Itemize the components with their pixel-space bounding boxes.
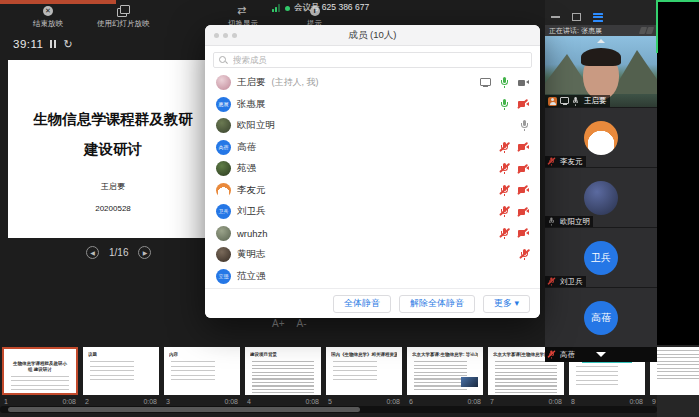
avatar (584, 181, 618, 215)
slide-number: 4 (247, 398, 251, 405)
window-traffic-lights[interactable] (214, 33, 237, 38)
slide-duration: 0:08 (224, 398, 238, 405)
presentation-timer: 39:11 ↻ (13, 38, 73, 50)
search-input[interactable] (231, 54, 526, 66)
end-show-icon (42, 5, 54, 17)
collapse-down-icon[interactable] (596, 352, 606, 357)
member-status-icons (500, 163, 529, 174)
dialog-footer: 全体静音解除全体静音更多 ▾ (205, 288, 540, 318)
slide-thumbnail-image: 生物信息学课程群及教研小组 建设研讨王启要 20200528 (2, 347, 78, 395)
mic-off-icon (548, 277, 555, 285)
video-tile[interactable]: 高蓓 (545, 287, 657, 347)
member-row[interactable]: 卫兵刘卫兵 (205, 201, 540, 223)
member-row[interactable]: wruhzh (205, 223, 540, 245)
screen-share-icon (560, 97, 569, 105)
timer-value: 39:11 (13, 38, 43, 50)
collapse-up-icon[interactable] (597, 39, 605, 43)
participant-name: 李友元 (560, 157, 583, 167)
participant-name: 高蓓 (560, 350, 575, 360)
next-slide-button[interactable]: ▶ (138, 246, 151, 259)
member-row[interactable]: 苑强 (205, 158, 540, 180)
avatar: 高蓓 (216, 140, 231, 155)
slide-thumbnail-6[interactable]: 北京大学慕课:生物信息学: 导论与方法60:08 (407, 347, 483, 405)
avatar: 立强 (216, 269, 231, 284)
slide-thumbnail-4[interactable]: 建设项目背景40:08 (245, 347, 321, 405)
member-status-icons (480, 77, 529, 88)
video-tile-list: 李友元欧阳立明卫兵刘卫兵高蓓 (545, 107, 657, 347)
mute-all-button[interactable]: 全体静音 (333, 295, 391, 313)
thumbnail-title: 生物信息学课程群及教研小组 建设研讨 (9, 361, 71, 373)
scrollbar-thumb[interactable] (8, 407, 360, 412)
prev-slide-button[interactable]: ◀ (86, 246, 99, 259)
thumbnail-text-lines (333, 361, 377, 383)
thumbnail-text-lines (11, 376, 69, 395)
mic-idle-icon (520, 120, 529, 131)
toolbar-button-1[interactable]: 结束放映 (33, 5, 63, 29)
slide-thumbnail-1[interactable]: 生物信息学课程群及教研小组 建设研讨王启要 2020052810:08 (2, 347, 78, 405)
toolbar-button-2[interactable]: 使用幻灯片放映 (97, 5, 150, 29)
thumbnail-meta: 50:08 (326, 395, 402, 406)
slide-title-line2: 建设研讨 (8, 140, 218, 159)
member-row[interactable]: 欧阳立明 (205, 115, 540, 137)
pause-icon[interactable] (50, 40, 56, 48)
slide-thumbnail-image: 建设项目背景 (245, 347, 321, 395)
slide-thumbnail-5[interactable]: 国内《生物信息学》相关课程资源50:08 (326, 347, 402, 405)
slide-thumbnail-3[interactable]: 内容30:08 (164, 347, 240, 405)
dialog-header[interactable]: 成员 (10人) (205, 25, 540, 46)
member-row[interactable]: 立强范立强 (205, 266, 540, 288)
slide-number: 9 (652, 398, 656, 405)
mic-icon (572, 97, 579, 106)
camera-off-icon (518, 229, 529, 237)
slide-number: 5 (328, 398, 332, 405)
meeting-id-label: 会议号 625 386 677 (294, 2, 369, 14)
slide-number: 7 (490, 398, 494, 405)
video-tile[interactable]: 卫兵刘卫兵 (545, 227, 657, 287)
unmute-all-button[interactable]: 解除全体静音 (399, 295, 475, 313)
restart-timer-icon[interactable]: ↻ (63, 39, 72, 49)
layout-icon[interactable] (572, 13, 581, 21)
powerpoint-accent-bar (0, 0, 116, 4)
minimize-icon[interactable] (551, 16, 560, 18)
avatar (584, 121, 618, 155)
member-name: wruhzh (237, 228, 268, 239)
mic-off-icon (500, 228, 509, 239)
member-row[interactable]: 王启要(主持人, 我) (205, 72, 540, 94)
member-row[interactable]: 李友元 (205, 180, 540, 202)
voov-logo-icon (640, 27, 653, 34)
mic-off-icon (548, 350, 555, 358)
font-size-button[interactable]: A- (297, 318, 307, 329)
thumbnail-meta: 20:08 (83, 395, 159, 406)
font-size-button[interactable]: A+ (272, 318, 285, 329)
thumbnail-title: 议题 (88, 352, 154, 358)
member-row[interactable]: 黄明志 (205, 244, 540, 266)
member-row[interactable]: 高蓓高蓓 (205, 137, 540, 159)
slide-title-line1: 生物信息学课程群及教研 (8, 112, 218, 128)
panel-collapse-bar[interactable]: 高蓓 (545, 347, 657, 362)
slide-thumbnail-9[interactable]: 9 (650, 347, 699, 405)
avatar (216, 247, 231, 262)
more-button[interactable]: 更多 ▾ (483, 295, 530, 313)
slide-number: 8 (571, 398, 575, 405)
member-search-box[interactable] (213, 52, 532, 68)
avatar (216, 75, 231, 90)
slideshow-icon (117, 5, 129, 17)
member-name: 刘卫兵 (237, 205, 266, 218)
thumbnail-meta: 10:08 (2, 395, 78, 406)
slide-navigation: ◀ 1/16 ▶ (86, 246, 151, 259)
filmstrip-scrollbar[interactable] (0, 406, 657, 413)
member-row[interactable]: 惠展张惠展 (205, 94, 540, 116)
avatar (216, 118, 231, 133)
video-tile[interactable]: 李友元 (545, 107, 657, 167)
slide-thumbnail-2[interactable]: 议题20:08 (83, 347, 159, 405)
slide-number: 3 (166, 398, 170, 405)
mic-idle-icon (548, 217, 555, 225)
slide-position-label: 1/16 (109, 247, 128, 258)
speaker-hair (581, 48, 621, 66)
member-name: 张惠展 (237, 98, 266, 111)
list-view-icon[interactable] (593, 13, 603, 22)
main-video-tile[interactable]: 王启要 (545, 36, 657, 107)
active-speaker-bar: 正在讲话: 张惠展 (545, 25, 657, 36)
video-tile[interactable]: 欧阳立明 (545, 167, 657, 227)
slide-number: 6 (409, 398, 413, 405)
member-name: 高蓓 (237, 141, 256, 154)
